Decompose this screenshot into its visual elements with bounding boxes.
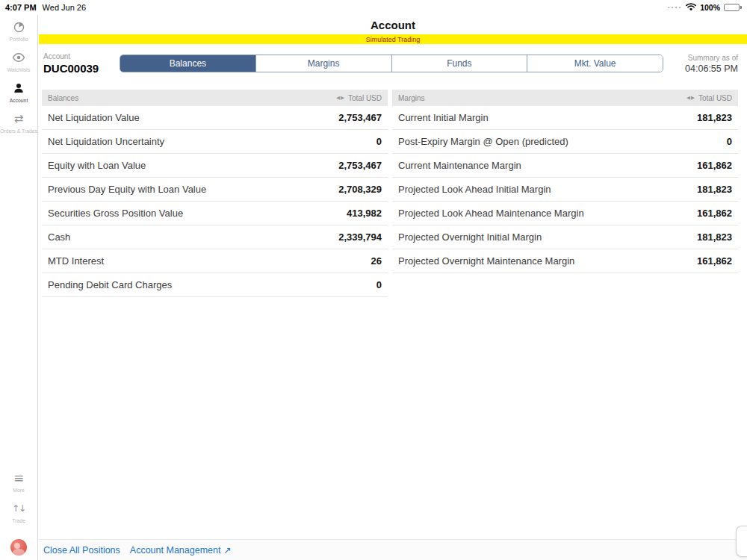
row-label: Projected Overnight Initial Margin bbox=[398, 231, 542, 243]
row-value: 161,862 bbox=[697, 160, 732, 171]
tab-mkt-value[interactable]: Mkt. Value bbox=[527, 55, 663, 72]
account-id: DUC00039 bbox=[43, 62, 112, 75]
panel-title: Balances bbox=[48, 94, 78, 102]
balances-panel-header: Balances ◀▶ Total USD bbox=[42, 90, 388, 106]
account-label: Account bbox=[43, 52, 112, 60]
battery-icon bbox=[724, 4, 742, 11]
balance-row: Equity with Loan Value 2,753,467 bbox=[42, 154, 388, 178]
sidebar-item-label: Orders & Trades bbox=[0, 128, 37, 134]
margin-row: Current Maintenance Margin 161,862 bbox=[392, 154, 738, 178]
currency-unit-toggle[interactable]: ◀▶ Total USD bbox=[686, 94, 732, 102]
cellular-signal-icon: ···· bbox=[667, 4, 682, 11]
clock-label: 4:07 PM bbox=[5, 3, 37, 12]
unit-label: Total USD bbox=[698, 94, 732, 102]
row-value: 2,339,794 bbox=[338, 231, 382, 243]
row-value: 181,823 bbox=[697, 112, 732, 123]
row-label: Cash bbox=[48, 231, 70, 243]
balance-row: Cash 2,339,794 bbox=[42, 225, 388, 249]
margin-row: Projected Look Ahead Maintenance Margin … bbox=[392, 202, 738, 225]
row-label: Projected Look Ahead Initial Margin bbox=[398, 184, 551, 195]
row-value: 0 bbox=[727, 136, 732, 147]
main-content: Account Simulated Trading Account DUC000… bbox=[39, 15, 747, 560]
close-all-positions-link[interactable]: Close All Positions bbox=[43, 545, 120, 556]
account-management-link[interactable]: Account Management ↗ bbox=[130, 544, 232, 556]
sidebar-item-trade[interactable]: ↑↓ Trade bbox=[0, 501, 37, 523]
unit-toggle-icon: ◀▶ bbox=[336, 95, 345, 101]
row-label: MTD Interest bbox=[48, 255, 104, 267]
row-value: 161,862 bbox=[697, 208, 732, 219]
row-value: 2,753,467 bbox=[338, 112, 382, 123]
row-value: 2,708,329 bbox=[338, 184, 382, 195]
row-label: Previous Day Equity with Loan Value bbox=[48, 184, 206, 195]
page-title: Account bbox=[39, 15, 747, 34]
profile-avatar[interactable] bbox=[10, 539, 27, 556]
sidebar-item-orders-trades[interactable]: ⇄ Orders & Trades bbox=[0, 111, 37, 134]
currency-unit-toggle[interactable]: ◀▶ Total USD bbox=[336, 94, 382, 102]
account-icon bbox=[13, 81, 25, 96]
status-bar: 4:07 PM Wed Jun 26 ···· 100% bbox=[0, 0, 747, 15]
row-label: Projected Overnight Maintenance Margin bbox=[398, 255, 574, 267]
row-label: Projected Look Ahead Maintenance Margin bbox=[398, 208, 584, 219]
sidebar: Portfolio Watchlists Account ⇄ Orders & … bbox=[0, 15, 38, 560]
row-label: Net Liquidation Value bbox=[48, 112, 140, 123]
margin-row: Projected Look Ahead Initial Margin 181,… bbox=[392, 178, 738, 202]
row-value: 181,823 bbox=[697, 184, 732, 195]
row-label: Current Maintenance Margin bbox=[398, 160, 521, 171]
unit-label: Total USD bbox=[348, 94, 382, 102]
summary-label: Summary as of bbox=[671, 54, 738, 62]
row-value: 181,823 bbox=[697, 231, 732, 243]
balance-row: Net Liquidation Uncertainty 0 bbox=[42, 130, 388, 154]
sidebar-item-label: Watchlists bbox=[7, 67, 31, 72]
balance-row: Previous Day Equity with Loan Value 2,70… bbox=[42, 178, 388, 202]
orders-trades-icon: ⇄ bbox=[14, 111, 24, 126]
row-label: Pending Debit Card Charges bbox=[48, 279, 172, 290]
wifi-icon bbox=[686, 3, 696, 13]
tab-balances[interactable]: Balances bbox=[120, 55, 255, 72]
balance-row: Securities Gross Position Value 413,982 bbox=[42, 202, 388, 225]
margin-row: Projected Overnight Initial Margin 181,8… bbox=[392, 225, 738, 249]
margin-row: Current Initial Margin 181,823 bbox=[392, 106, 738, 130]
footer-bar: Close All Positions Account Management ↗ bbox=[39, 539, 747, 560]
unit-toggle-icon: ◀▶ bbox=[686, 95, 695, 101]
row-label: Post-Expiry Margin @ Open (predicted) bbox=[398, 136, 568, 147]
margins-panel-header: Margins ◀▶ Total USD bbox=[392, 90, 738, 106]
date-label: Wed Jun 26 bbox=[43, 3, 87, 12]
portfolio-icon bbox=[13, 19, 25, 34]
sidebar-item-label: Trade bbox=[12, 518, 25, 523]
row-label: Equity with Loan Value bbox=[48, 160, 146, 171]
row-value: 161,862 bbox=[697, 255, 732, 267]
row-label: Current Initial Margin bbox=[398, 112, 489, 123]
balance-row: MTD Interest 26 bbox=[42, 249, 388, 273]
panel-title: Margins bbox=[398, 94, 425, 102]
more-icon: ≡ bbox=[13, 470, 24, 485]
sidebar-item-account[interactable]: Account bbox=[0, 81, 37, 103]
margin-row: Post-Expiry Margin @ Open (predicted) 0 bbox=[392, 130, 738, 154]
row-value: 413,982 bbox=[347, 208, 382, 219]
sidebar-item-watchlists[interactable]: Watchlists bbox=[0, 50, 37, 72]
sidebar-item-label: Portfolio bbox=[10, 37, 28, 42]
sidebar-item-label: More bbox=[13, 488, 25, 493]
sidebar-item-label: Account bbox=[10, 98, 28, 103]
summary-time: 04:06:55 PM bbox=[671, 63, 738, 74]
sidebar-item-portfolio[interactable]: Portfolio bbox=[0, 19, 37, 42]
row-label: Securities Gross Position Value bbox=[48, 208, 183, 219]
account-view-tabs: Balances Margins Funds Mkt. Value bbox=[120, 55, 663, 72]
trade-icon: ↑↓ bbox=[12, 501, 25, 516]
margin-row: Projected Overnight Maintenance Margin 1… bbox=[392, 249, 738, 273]
panels-area: Balances ◀▶ Total USD Net Liquidation Va… bbox=[39, 83, 747, 539]
account-bar: Account DUC00039 Balances Margins Funds … bbox=[39, 44, 747, 83]
battery-percent-label: 100% bbox=[700, 3, 720, 12]
balance-row: Net Liquidation Value 2,753,467 bbox=[42, 106, 388, 130]
sidebar-item-more[interactable]: ≡ More bbox=[0, 470, 37, 493]
watchlists-icon bbox=[12, 50, 25, 65]
drawer-handle[interactable] bbox=[736, 526, 747, 557]
balances-panel: Balances ◀▶ Total USD Net Liquidation Va… bbox=[42, 90, 388, 297]
simulated-trading-banner: Simulated Trading bbox=[39, 34, 747, 44]
tab-margins[interactable]: Margins bbox=[255, 55, 391, 72]
tab-funds[interactable]: Funds bbox=[391, 55, 527, 72]
row-value: 0 bbox=[376, 279, 382, 290]
account-selector[interactable]: Account DUC00039 bbox=[43, 52, 112, 75]
balance-row: Pending Debit Card Charges 0 bbox=[42, 273, 388, 297]
margins-panel: Margins ◀▶ Total USD Current Initial Mar… bbox=[392, 90, 738, 273]
row-value: 2,753,467 bbox=[338, 160, 382, 171]
